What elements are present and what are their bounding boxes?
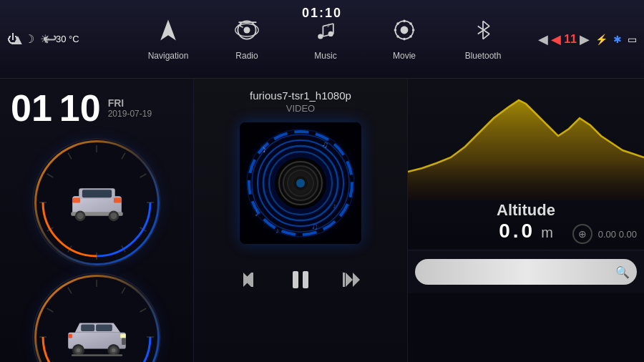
bottom-gauge	[7, 273, 186, 362]
prev-arrow[interactable]: ◀	[538, 31, 548, 47]
datetime-row: 01 10 FRI 2019-07-19	[7, 86, 186, 132]
play-pause-button[interactable]	[286, 265, 315, 294]
top-gauge	[7, 138, 186, 267]
svg-point-18	[394, 29, 397, 31]
svg-rect-64	[81, 324, 94, 331]
bottom-space	[408, 293, 644, 362]
svg-rect-98	[293, 271, 298, 288]
next-arrow[interactable]: ▶	[580, 31, 590, 47]
nav-icons: Navigation Radio	[93, 14, 558, 64]
compass-icon[interactable]: ⊕	[572, 224, 592, 244]
svg-point-17	[403, 38, 406, 41]
svg-point-88	[296, 179, 305, 187]
svg-point-22	[396, 35, 399, 38]
svg-point-16	[403, 20, 406, 23]
nav-item-movie[interactable]: Movie	[365, 14, 444, 64]
svg-rect-75	[71, 354, 122, 356]
svg-rect-43	[72, 197, 80, 202]
left-panel: 01 10 FRI 2019-07-19	[0, 79, 193, 362]
video-subtitle: VIDEO	[286, 103, 315, 114]
svg-point-21	[409, 22, 412, 25]
altitude-chart	[408, 79, 644, 207]
svg-rect-96	[251, 273, 253, 287]
svg-text:♪: ♪	[333, 202, 336, 210]
coords-row: ⊕ 0.00 0.00	[572, 224, 637, 244]
svg-line-61	[47, 308, 54, 312]
window-icon: ▭	[628, 34, 637, 45]
navigation-icon	[155, 17, 181, 48]
prev-arrow-red[interactable]: ◀	[551, 31, 561, 47]
svg-point-74	[111, 348, 115, 352]
bluetooth-icon	[470, 17, 496, 48]
top-bar: ⏻ ☽ ☀ 30 °C ▲ ↩ 01:10 Navigation	[0, 0, 644, 79]
car-suv-image	[61, 312, 132, 362]
track-number: 11	[564, 33, 577, 46]
home-button[interactable]: ▲	[11, 31, 25, 47]
svg-point-71	[76, 348, 80, 352]
moon-icon[interactable]: ☽	[24, 32, 34, 46]
svg-text:♪: ♪	[327, 21, 331, 29]
svg-rect-99	[303, 271, 308, 288]
video-title: furious7-tsr1_h1080p	[250, 89, 351, 102]
altitude-label: Altitude	[497, 201, 555, 220]
gauge-circle-top	[32, 138, 161, 267]
current-time: 01:10	[302, 6, 342, 21]
nav-item-bluetooth[interactable]: Bluetooth	[444, 14, 522, 64]
svg-rect-68	[122, 338, 126, 344]
movie-label: Movie	[393, 51, 416, 61]
next-track-button[interactable]	[336, 265, 365, 294]
svg-rect-67	[68, 333, 72, 338]
prev-track-button[interactable]	[236, 265, 265, 294]
altitude-section: Altitude 0.0 m ⊕ 0.00 0.00	[408, 79, 644, 250]
svg-point-15	[401, 26, 409, 34]
svg-rect-45	[82, 190, 111, 197]
svg-point-50	[110, 212, 117, 219]
status-right: ◀ ◀ 11 ▶ ⚡ ✱ ▭	[558, 31, 644, 47]
svg-rect-66	[120, 333, 126, 338]
svg-point-23	[409, 35, 412, 38]
bluetooth-label: Bluetooth	[465, 51, 502, 61]
search-section: 🔍	[408, 250, 644, 293]
bt-status-icon: ✱	[613, 34, 622, 45]
svg-line-27	[483, 34, 489, 39]
music-icon: ♪	[313, 17, 338, 48]
search-icon: 🔍	[615, 265, 630, 279]
svg-point-2	[244, 27, 250, 34]
svg-marker-0	[160, 20, 176, 41]
album-art[interactable]: ♪ ♫ ♪ ♩ ♪ ♫	[240, 122, 361, 244]
radio-icon	[234, 17, 260, 48]
music-label: Music	[314, 51, 336, 61]
temperature-display: 30 °C	[56, 34, 79, 44]
mid-panel: furious7-tsr1_h1080p VIDEO	[193, 79, 408, 362]
main-content: 01 10 FRI 2019-07-19	[0, 79, 644, 362]
svg-line-52	[122, 288, 125, 294]
navigation-label: Navigation	[148, 51, 189, 61]
svg-rect-44	[113, 197, 121, 202]
svg-text:♪: ♪	[275, 226, 280, 235]
nav-arrows: ◀ ◀ 11 ▶	[538, 31, 590, 47]
altitude-unit: m	[541, 225, 553, 241]
date-info: FRI 2019-07-19	[108, 97, 152, 119]
radio-label: Radio	[235, 51, 258, 61]
day-number: 01	[11, 89, 52, 127]
nav-item-music[interactable]: ♪ Music	[286, 14, 365, 64]
right-panel: Altitude 0.0 m ⊕ 0.00 0.00 🔍	[408, 79, 644, 362]
usb-icon: ⚡	[595, 34, 608, 45]
svg-point-7	[318, 34, 323, 39]
nav-item-radio[interactable]: Radio	[208, 14, 286, 64]
svg-rect-65	[96, 324, 112, 331]
svg-point-20	[396, 22, 399, 25]
search-bar[interactable]: 🔍	[415, 259, 637, 285]
temp-value: 30 °C	[56, 34, 79, 44]
svg-text:♫: ♫	[311, 221, 318, 232]
gauge-circle-bottom	[32, 273, 161, 362]
svg-marker-102	[353, 273, 360, 287]
svg-line-40	[68, 153, 72, 160]
back-button[interactable]: ↩	[43, 29, 57, 49]
movie-icon	[391, 17, 417, 48]
nav-item-navigation[interactable]: Navigation	[129, 14, 208, 64]
svg-line-31	[140, 174, 147, 177]
svg-line-53	[140, 308, 147, 312]
day-name: FRI	[108, 97, 152, 109]
svg-marker-101	[346, 273, 353, 287]
